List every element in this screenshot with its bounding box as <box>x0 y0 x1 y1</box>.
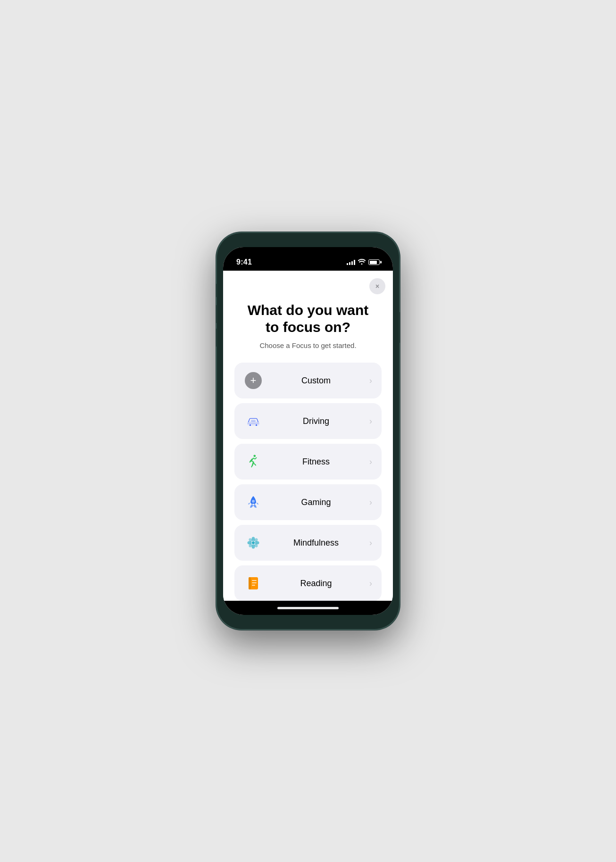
book-icon <box>246 576 260 590</box>
mindfulness-icon-wrap <box>244 533 263 552</box>
gaming-icon-wrap <box>244 493 263 512</box>
modal-subtitle: Choose a Focus to get started. <box>234 341 382 349</box>
focus-label-driving: Driving <box>263 416 369 426</box>
svg-rect-16 <box>249 577 251 589</box>
phone-screen: 9:41 × <box>223 247 393 615</box>
battery-icon <box>368 259 380 265</box>
fitness-icon-wrap <box>244 452 263 471</box>
plus-icon: + <box>245 372 262 389</box>
svg-point-6 <box>252 541 255 544</box>
power-button[interactable] <box>400 312 400 343</box>
focus-label-gaming: Gaming <box>263 497 369 507</box>
focus-item-mindfulness[interactable]: Mindfulness › <box>234 525 382 561</box>
status-bar: 9:41 <box>223 247 393 271</box>
chevron-icon-mindfulness: › <box>369 538 372 548</box>
chevron-icon-gaming: › <box>369 497 372 507</box>
close-button[interactable]: × <box>369 278 385 294</box>
volume-down-button[interactable] <box>216 329 216 347</box>
chevron-icon-driving: › <box>369 416 372 426</box>
focus-item-fitness[interactable]: Fitness › <box>234 444 382 480</box>
focus-item-custom[interactable]: + Custom › <box>234 363 382 398</box>
home-indicator <box>223 601 393 615</box>
signal-icon <box>347 259 355 265</box>
reading-icon-wrap <box>244 574 263 593</box>
chevron-icon-custom: › <box>369 376 372 386</box>
status-time: 9:41 <box>236 258 252 266</box>
car-icon <box>246 414 260 428</box>
focus-label-fitness: Fitness <box>263 457 369 467</box>
svg-point-2 <box>255 424 258 426</box>
focus-item-reading[interactable]: Reading › <box>234 565 382 601</box>
modal-title: What do you want to focus on? <box>234 302 382 336</box>
svg-rect-17 <box>252 580 257 581</box>
svg-point-1 <box>249 424 251 426</box>
modal-content: × What do you want to focus on? Choose a… <box>223 271 393 601</box>
svg-rect-3 <box>251 420 255 422</box>
driving-icon-wrap <box>244 412 263 431</box>
wifi-icon <box>358 259 366 266</box>
rocket-icon <box>246 495 260 509</box>
focus-item-driving[interactable]: Driving › <box>234 403 382 439</box>
focus-item-gaming[interactable]: Gaming › <box>234 484 382 520</box>
silent-button[interactable] <box>216 284 216 297</box>
focus-list: + Custom › <box>234 363 382 601</box>
svg-rect-18 <box>252 582 257 583</box>
chevron-icon-reading: › <box>369 579 372 588</box>
svg-point-5 <box>252 500 255 503</box>
svg-rect-19 <box>252 585 255 586</box>
chevron-icon-fitness: › <box>369 457 372 467</box>
flower-icon <box>246 536 260 550</box>
focus-label-reading: Reading <box>263 579 369 588</box>
focus-label-mindfulness: Mindfulness <box>263 538 369 548</box>
dynamic-island <box>280 253 336 269</box>
focus-label-custom: Custom <box>263 376 369 386</box>
custom-icon-wrap: + <box>244 371 263 390</box>
run-icon <box>246 455 260 469</box>
svg-point-4 <box>253 455 256 457</box>
phone-frame: 9:41 × <box>216 232 400 630</box>
status-icons <box>347 259 380 266</box>
volume-up-button[interactable] <box>216 305 216 323</box>
home-bar <box>277 607 339 609</box>
